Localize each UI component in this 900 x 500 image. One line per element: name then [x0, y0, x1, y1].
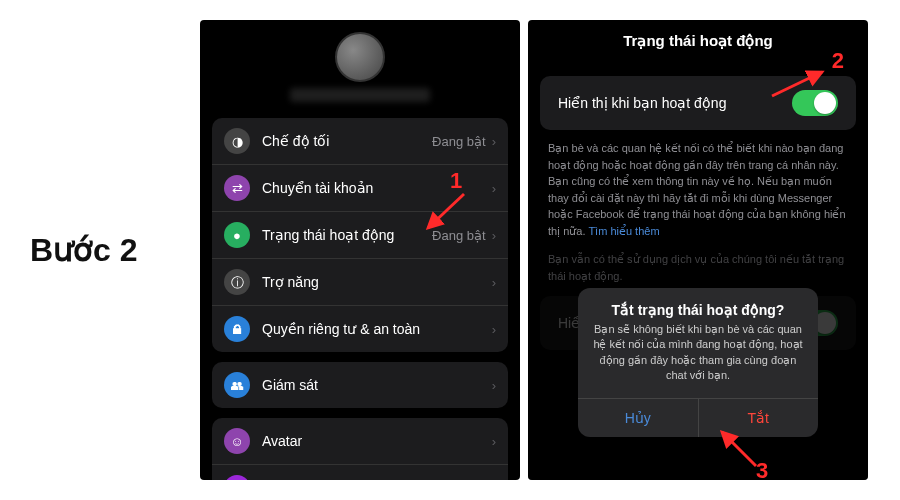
chevron-right-icon: ›	[492, 434, 496, 449]
chevron-right-icon: ›	[492, 378, 496, 393]
row-label: Trợ năng	[262, 274, 492, 290]
row-label: Chuyển tài khoản	[262, 180, 492, 196]
row-value: Đang bật	[432, 228, 486, 243]
row-supervision[interactable]: 👥︎ Giám sát ›	[212, 362, 508, 408]
row-dark-mode[interactable]: ◑ Chế độ tối Đang bật ›	[212, 118, 508, 165]
avatar[interactable]	[335, 32, 385, 82]
phone-active-status: Trạng thái hoạt động Hiển thị khi bạn ho…	[528, 20, 868, 480]
row-switch-account[interactable]: ⇄ Chuyển tài khoản ›	[212, 165, 508, 212]
row-active-status[interactable]: ● Trạng thái hoạt động Đang bật ›	[212, 212, 508, 259]
active-status-icon: ●	[224, 222, 250, 248]
dialog-body: Bạn sẽ không biết khi bạn bè và các quan…	[578, 322, 818, 398]
settings-group-1: ◑ Chế độ tối Đang bật › ⇄ Chuyển tài kho…	[212, 118, 508, 352]
row-avatar[interactable]: ☺ Avatar ›	[212, 418, 508, 465]
phones-container: ◑ Chế độ tối Đang bật › ⇄ Chuyển tài kho…	[200, 10, 868, 490]
row-accessibility[interactable]: ⓘ Trợ năng ›	[212, 259, 508, 306]
confirm-dialog: Tắt trạng thái hoạt động? Bạn sẽ không b…	[578, 288, 818, 437]
switch-account-icon: ⇄	[224, 175, 250, 201]
toggle-label: Hiển thị khi bạn hoạt động	[558, 95, 726, 111]
profile-header	[200, 20, 520, 108]
row-privacy[interactable]: 🔒︎ Quyền riêng tư & an toàn ›	[212, 306, 508, 352]
cancel-button[interactable]: Hủy	[578, 399, 698, 437]
row-value: Đang bật	[432, 134, 486, 149]
row-label: Giám sát	[262, 377, 492, 393]
description-1: Bạn bè và các quan hệ kết nối có thể biế…	[528, 140, 868, 239]
settings-group-2: 👥︎ Giám sát ›	[212, 362, 508, 408]
phone-settings: ◑ Chế độ tối Đang bật › ⇄ Chuyển tài kho…	[200, 20, 520, 480]
supervision-icon: 👥︎	[224, 372, 250, 398]
profile-name-blurred	[290, 88, 430, 102]
bell-icon: 🔔︎	[224, 475, 250, 480]
accessibility-icon: ⓘ	[224, 269, 250, 295]
confirm-button[interactable]: Tắt	[698, 399, 819, 437]
row-notifications[interactable]: 🔔︎ Thông báo & âm thanh Đang bật ›	[212, 465, 508, 480]
chevron-right-icon: ›	[492, 181, 496, 196]
toggle-show-active[interactable]: Hiển thị khi bạn hoạt động	[540, 76, 856, 130]
row-label: Avatar	[262, 433, 492, 449]
dialog-title: Tắt trạng thái hoạt động?	[578, 288, 818, 322]
settings-group-3: ☺ Avatar › 🔔︎ Thông báo & âm thanh Đang …	[212, 418, 508, 480]
chevron-right-icon: ›	[492, 275, 496, 290]
moon-icon: ◑	[224, 128, 250, 154]
row-label: Quyền riêng tư & an toàn	[262, 321, 492, 337]
chevron-right-icon: ›	[492, 228, 496, 243]
learn-more-link[interactable]: Tìm hiểu thêm	[588, 225, 659, 237]
toggle-switch[interactable]	[792, 90, 838, 116]
page-title: Trạng thái hoạt động	[528, 20, 868, 58]
dialog-buttons: Hủy Tắt	[578, 398, 818, 437]
toggle-knob	[814, 92, 836, 114]
avatar-icon: ☺	[224, 428, 250, 454]
privacy-icon: 🔒︎	[224, 316, 250, 342]
chevron-right-icon: ›	[492, 134, 496, 149]
row-label: Chế độ tối	[262, 133, 432, 149]
row-label: Trạng thái hoạt động	[262, 227, 432, 243]
chevron-right-icon: ›	[492, 322, 496, 337]
step-label: Bước 2	[0, 231, 200, 269]
